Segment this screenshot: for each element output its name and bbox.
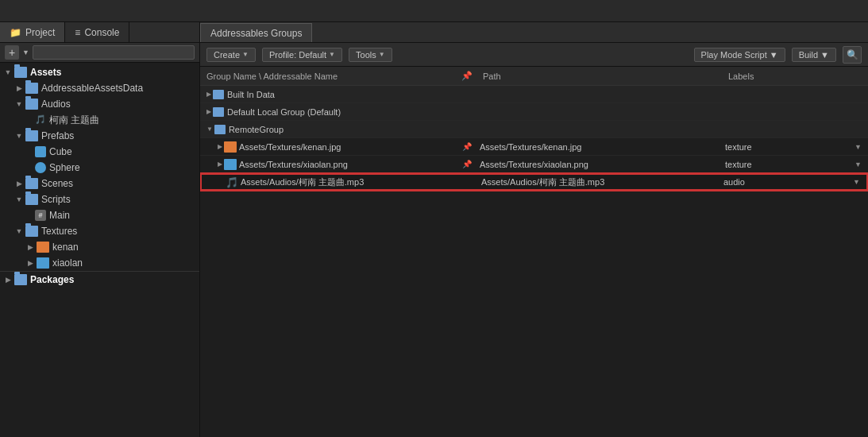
built-in-folder-icon	[213, 90, 224, 99]
xiaolan-png-pin-cell: 📌	[457, 160, 476, 168]
addr-toolbar: Create ▼ Profile: Default ▼ Tools ▼ Play…	[200, 43, 868, 67]
row-remote-group[interactable]: ▼ RemoteGroup	[200, 121, 868, 138]
audio-mp3-path-cell: Assets/Audios/柯南 主题曲.mp3	[478, 176, 720, 188]
main-area: 📁 Project ≡ Console + ▼ Assets	[0, 22, 868, 437]
col-path-label: Path	[480, 72, 504, 81]
xiaolan-png-label: Assets/Textures/xiaolan.png	[239, 160, 348, 169]
arrow-down-scripts	[14, 195, 24, 204]
prefabs-folder-icon	[25, 130, 38, 141]
create-button[interactable]: Create ▼	[206, 48, 256, 62]
tree-item-scenes[interactable]: Scenes	[0, 176, 199, 191]
textures-folder-icon	[25, 226, 38, 237]
addressable-label: AddressableAssetsData	[41, 83, 143, 94]
tree-item-audios[interactable]: Audios	[0, 96, 199, 112]
tree-area: Assets AddressableAssetsData Audios 🎵 柯南…	[0, 63, 199, 437]
kenan-jpg-path: Assets/Textures/kenan.jpg	[480, 142, 581, 152]
tree-item-xiaolan[interactable]: xiaolan	[0, 255, 199, 271]
xiaolan-png-labels: texture	[725, 160, 752, 169]
dropdown-arrow-icon: ▼	[22, 48, 29, 56]
xiaolan-png-labels-cell: texture ▼	[722, 160, 865, 169]
profile-label: Profile: Default	[269, 50, 326, 60]
sphere-icon	[35, 162, 46, 173]
arrow-down-icon	[3, 68, 13, 77]
kenan-jpg-icon	[224, 141, 237, 153]
arrow-right-kenan-jpg: ▶	[218, 143, 222, 150]
tree-item-assets[interactable]: Assets	[0, 64, 199, 80]
xiaolan-texture-icon	[37, 257, 49, 269]
search-input[interactable]	[33, 45, 195, 60]
xiaolan-png-icon	[224, 159, 237, 170]
create-dropdown-arrow: ▼	[242, 51, 249, 58]
add-button[interactable]: +	[5, 45, 19, 60]
tree-item-audio-file[interactable]: 🎵 柯南 主题曲	[0, 112, 199, 128]
col-header-labels: Labels	[722, 72, 865, 81]
left-panel: 📁 Project ≡ Console + ▼ Assets	[0, 22, 200, 437]
top-bar	[0, 0, 868, 22]
kenan-jpg-path-cell: Assets/Textures/kenan.jpg	[476, 142, 722, 152]
kenan-jpg-labels-dropdown[interactable]: ▼	[854, 143, 862, 151]
row-default-local-name-cell: ▶ Default Local Group (Default)	[203, 107, 457, 117]
row-xiaolan-png[interactable]: ▶ Assets/Textures/xiaolan.png 📌 Assets/T…	[200, 156, 868, 173]
tree-item-kenan[interactable]: kenan	[0, 239, 199, 255]
sphere-label: Sphere	[49, 162, 80, 173]
row-audio-name-cell: ▶ 🎵 Assets/Audios/柯南 主题曲.mp3	[205, 176, 459, 188]
arrow-down-remote: ▼	[206, 126, 213, 133]
arrow-right-default: ▶	[206, 108, 211, 115]
arrow-down-icon2	[14, 99, 24, 109]
tree-item-scripts[interactable]: Scripts	[0, 191, 199, 207]
addr-tab-label: Addressables Groups	[210, 28, 302, 39]
col-header-path: Path	[476, 72, 722, 81]
kenan-texture-icon	[37, 242, 49, 253]
col-group-name-label: Group Name \ Addressable Name	[203, 72, 341, 81]
tree-item-addressable[interactable]: AddressableAssetsData	[0, 80, 199, 96]
tab-project[interactable]: 📁 Project	[0, 22, 65, 42]
row-audio-mp3[interactable]: ▶ 🎵 Assets/Audios/柯南 主题曲.mp3 Assets/Audi…	[200, 173, 868, 191]
scripts-label: Scripts	[41, 194, 71, 205]
addr-tab[interactable]: Addressables Groups	[200, 23, 312, 42]
profile-dropdown-arrow: ▼	[329, 51, 335, 58]
create-label: Create	[214, 50, 240, 60]
col-header-name: Group Name \ Addressable Name	[203, 72, 457, 81]
row-xiaolan-name-cell: ▶ Assets/Textures/xiaolan.png	[203, 159, 457, 170]
scenes-label: Scenes	[41, 178, 73, 189]
prefabs-label: Prefabs	[41, 130, 74, 141]
row-built-in[interactable]: ▶ Built In Data	[200, 86, 868, 103]
tree-item-sphere[interactable]: Sphere	[0, 160, 199, 176]
tab-console-label: Console	[84, 27, 119, 38]
audio-mp3-labels-cell: audio ▼	[720, 177, 863, 187]
play-mode-dropdown-arrow: ▼	[770, 50, 778, 60]
addressable-folder-icon	[25, 83, 38, 94]
addr-table-body: ▶ Built In Data ▶ Default Local Group (D…	[200, 86, 868, 437]
play-mode-label: Play Mode Script	[701, 50, 767, 60]
build-dropdown-arrow: ▼	[820, 50, 829, 60]
tree-item-prefabs[interactable]: Prefabs	[0, 128, 199, 144]
pin-xiaolan: 📌	[462, 160, 472, 168]
col-labels-label: Labels	[725, 72, 757, 81]
tab-console[interactable]: ≡ Console	[65, 22, 129, 42]
audios-label: Audios	[41, 99, 71, 110]
row-default-local[interactable]: ▶ Default Local Group (Default)	[200, 103, 868, 121]
tree-item-main[interactable]: # Main	[0, 207, 199, 223]
arrow-right-built-in: ▶	[206, 91, 211, 98]
tree-item-packages[interactable]: Packages	[0, 271, 199, 287]
pin-icon: 📌	[461, 71, 473, 81]
profile-button[interactable]: Profile: Default ▼	[262, 48, 342, 62]
xiaolan-png-labels-dropdown[interactable]: ▼	[854, 160, 862, 168]
tree-item-cube[interactable]: Cube	[0, 144, 199, 160]
tools-button[interactable]: Tools ▼	[349, 48, 392, 62]
audio-mp3-labels: audio	[723, 177, 745, 187]
console-tab-icon: ≡	[75, 27, 80, 38]
audio-mp3-labels-dropdown[interactable]: ▼	[853, 178, 860, 186]
tree-item-textures[interactable]: Textures	[0, 223, 199, 239]
row-kenan-jpg[interactable]: ▶ Assets/Textures/kenan.jpg 📌 Assets/Tex…	[200, 138, 868, 156]
search-button[interactable]: 🔍	[843, 46, 862, 64]
arrow-right-scenes	[14, 179, 24, 188]
row-remote-name-cell: ▼ RemoteGroup	[203, 125, 457, 134]
build-button[interactable]: Build ▼	[792, 48, 836, 62]
audios-folder-icon	[25, 99, 38, 110]
play-mode-button[interactable]: Play Mode Script ▼	[694, 48, 785, 62]
audio-mp3-icon: 🎵	[226, 176, 238, 188]
cube-icon	[35, 146, 46, 157]
kenan-label: kenan	[52, 242, 79, 253]
kenan-jpg-pin-cell: 📌	[457, 142, 476, 151]
